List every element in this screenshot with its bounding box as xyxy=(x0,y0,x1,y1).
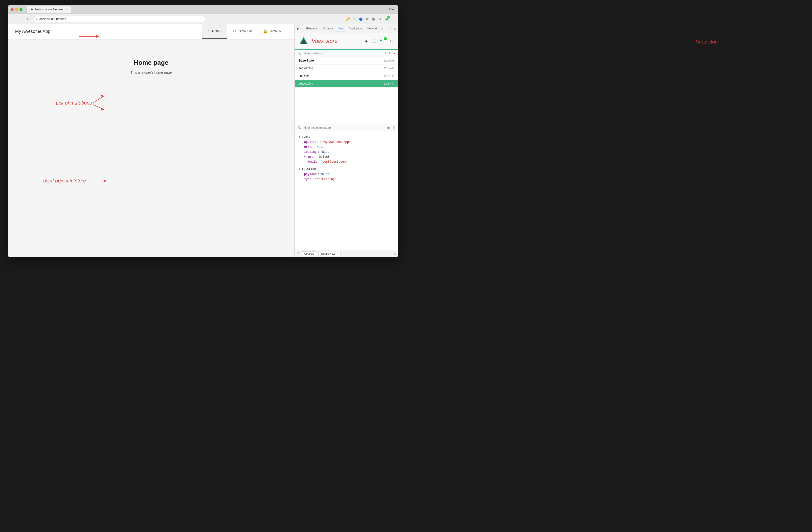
more-icon[interactable]: ⋮ xyxy=(390,17,395,21)
mutation-item-setloading-2[interactable]: setLoading 12:34:44 xyxy=(295,80,398,88)
vue-refresh-icon[interactable]: ↻ xyxy=(389,38,394,44)
monitor-icon[interactable]: ▦ xyxy=(371,17,376,21)
reload-button[interactable]: ↻ xyxy=(26,16,31,22)
nav-signup[interactable]: ☺ SIGN UP xyxy=(227,24,257,39)
annotation-user-object: 'user' object in store xyxy=(42,178,86,183)
title-bar: basic-spa-vue-firebase ✕ + Oleg xyxy=(8,5,398,14)
nav-signin[interactable]: 🔒 SIGN IN xyxy=(257,24,287,39)
devtools-close-button[interactable]: ✕ xyxy=(393,27,396,31)
devtools-device-icon[interactable]: ▫ xyxy=(300,27,301,30)
state-filter-input[interactable] xyxy=(303,126,385,130)
mutations-revert-icon[interactable]: ↻ xyxy=(389,51,391,55)
star-icon[interactable]: ☆ xyxy=(352,17,357,21)
forward-button[interactable]: → xyxy=(18,16,24,22)
puzzle-icon[interactable]: ⚒ xyxy=(365,17,369,21)
bottom-tab-console[interactable]: Console xyxy=(302,251,316,256)
home-content: Home page This is a user's home page xyxy=(17,59,285,74)
traffic-lights xyxy=(11,8,23,11)
type-key: type xyxy=(304,177,311,181)
devtools-bottom-bar: ⋮ Console What's New ✕ ✕ xyxy=(295,250,398,257)
nav-home[interactable]: ⌂ HOME xyxy=(202,24,227,39)
mutation-name: setLoading xyxy=(299,66,384,70)
filter-actions: ⇓ ↻ ● xyxy=(384,51,395,55)
state-prop-apptitle: appTitle : "My Awesome App" xyxy=(295,140,398,145)
tab-vue[interactable]: Vue xyxy=(336,26,346,31)
bottom-menu-icon[interactable]: ⋮ xyxy=(297,252,300,255)
state-section: ▼ state appTitle : "My Awesome App" erro… xyxy=(295,133,398,165)
mutation-section-header[interactable]: ▼ mutation xyxy=(295,166,398,172)
tab-network[interactable]: Network xyxy=(365,26,380,31)
mutation-time: 12:34:44 xyxy=(384,74,394,77)
main-area: My Awesome App ⌂ HOME ☺ SIGN UP 🔒 SIGN I… xyxy=(8,24,398,257)
state-chevron: ▼ xyxy=(299,136,300,138)
devtools-icons: ▶ ▫ xyxy=(297,27,301,30)
state-filter-actions: ▣ 🗑 xyxy=(387,126,395,130)
state-section-header[interactable]: ▼ state xyxy=(295,134,398,140)
lock-icon: 🔒 xyxy=(263,29,268,34)
email-key: email xyxy=(308,160,317,164)
vue-badge-button[interactable]: ■ 33 xyxy=(380,38,386,44)
maximize-button[interactable] xyxy=(19,8,23,11)
devtools-settings-icon[interactable]: ⋮ xyxy=(389,27,392,31)
state-tree: ▼ state appTitle : "My Awesome App" erro… xyxy=(295,131,398,250)
mutations-download-icon[interactable]: ⇓ xyxy=(384,51,387,55)
website-content: My Awesome App ⌂ HOME ☺ SIGN UP 🔒 SIGN I… xyxy=(8,24,294,257)
devtools-panel: ▶ ▫ Elements Console Vue Application Net… xyxy=(294,24,398,257)
extension-icon[interactable]: ◕ 33 xyxy=(384,17,389,21)
mutation-item-base-state[interactable]: Base State 12:10:05 xyxy=(295,57,398,64)
state-prop-user[interactable]: ▼ user : Object xyxy=(295,154,398,160)
close-button[interactable] xyxy=(11,8,14,11)
vue-history-icon[interactable]: ◯ xyxy=(372,38,378,44)
svg-marker-5 xyxy=(101,108,104,111)
devtools-actions: ⋮ ✕ xyxy=(389,27,396,31)
tab-console[interactable]: Console xyxy=(320,26,335,31)
home-icon: ⌂ xyxy=(208,29,210,33)
url-bar[interactable]: ● localhost:8080/home xyxy=(33,16,206,22)
mutations-area: 🔍 ⇓ ↻ ● Base State 12:10:05 setLo xyxy=(295,50,398,124)
mutation-prop-payload: payload : false xyxy=(295,172,398,177)
mutation-item-setuser[interactable]: setUser 12:34:44 xyxy=(295,72,398,80)
payload-val: false xyxy=(320,173,329,176)
page-subtitle: This is a user's home page xyxy=(17,71,285,74)
state-trash-icon[interactable]: 🗑 xyxy=(392,126,395,130)
loading-key: loading xyxy=(304,150,317,154)
back-button[interactable]: ← xyxy=(11,16,16,22)
state-copy-icon[interactable]: ▣ xyxy=(387,126,390,130)
circle-icon[interactable]: ⬤ xyxy=(358,17,363,21)
vue-header: Vuex store ◆ ◯ ■ 33 ↻ xyxy=(295,33,398,49)
user-name: Oleg xyxy=(389,8,395,11)
tab-application[interactable]: Application xyxy=(346,26,364,31)
state-search-icon: 🔍 xyxy=(298,126,301,130)
bottom-close-button[interactable]: ✕ xyxy=(393,252,396,256)
mutation-name: Base State xyxy=(299,59,384,62)
mutation-item-setloading-1[interactable]: setLoading 12:34:43 xyxy=(295,64,398,72)
svg-marker-7 xyxy=(104,179,106,182)
mutations-filter-input[interactable] xyxy=(303,52,382,55)
mutation-time: 12:34:44 xyxy=(384,82,394,85)
apptitle-key: appTitle xyxy=(304,141,318,144)
whatsnew-tab-label: What's New xyxy=(320,252,335,255)
mutation-chevron: ▼ xyxy=(299,168,300,171)
app-navbar: My Awesome App ⌂ HOME ☺ SIGN UP 🔒 SIGN I… xyxy=(8,24,294,39)
key-icon[interactable]: 🔑 xyxy=(345,17,350,21)
browser-tab[interactable]: basic-spa-vue-firebase ✕ xyxy=(27,6,71,13)
tab-close-icon[interactable]: ✕ xyxy=(65,8,67,11)
tab-favicon xyxy=(30,8,34,11)
devtools-more[interactable]: » xyxy=(380,27,384,30)
whatsnew-close-icon[interactable]: ✕ xyxy=(336,252,338,255)
new-tab-button[interactable]: + xyxy=(72,7,77,12)
nav-signup-label: SIGN UP xyxy=(238,29,252,33)
tab-bar: basic-spa-vue-firebase ✕ + xyxy=(27,6,387,13)
mutations-record-icon[interactable]: ● xyxy=(393,51,395,55)
download-icon[interactable]: ⇓ xyxy=(378,17,382,21)
bottom-tab-whatsnew[interactable]: What's New ✕ xyxy=(318,251,340,256)
state-filter-bar: 🔍 ▣ 🗑 xyxy=(295,124,398,131)
browser-window: basic-spa-vue-firebase ✕ + Oleg ← → ↻ ● … xyxy=(8,5,398,257)
vue-timeline-icon[interactable]: ◆ xyxy=(363,38,369,44)
tab-title: basic-spa-vue-firebase xyxy=(35,8,62,11)
devtools-inspect-icon[interactable]: ▶ xyxy=(297,27,299,30)
tab-elements[interactable]: Elements xyxy=(304,26,320,31)
loading-val: false xyxy=(320,150,329,154)
minimize-button[interactable] xyxy=(15,8,18,11)
mutations-filter-bar: 🔍 ⇓ ↻ ● xyxy=(295,50,398,57)
